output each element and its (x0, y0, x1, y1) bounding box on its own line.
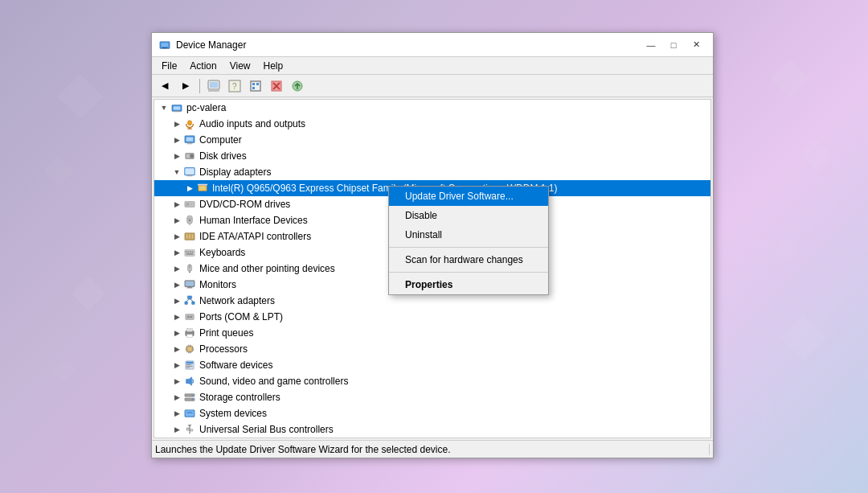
svg-line-68 (186, 298, 190, 302)
svg-point-31 (190, 154, 194, 158)
svg-rect-66 (185, 302, 188, 305)
svg-rect-21 (174, 111, 180, 112)
tree-item-system[interactable]: ▶ System devices (154, 405, 710, 421)
context-menu-properties[interactable]: Properties (389, 275, 548, 294)
sound-expand[interactable]: ▶ (170, 375, 183, 388)
svg-rect-30 (186, 154, 190, 158)
minimize-button[interactable]: — (641, 37, 661, 53)
print-expand[interactable]: ▶ (170, 327, 183, 339)
monitors-icon (183, 278, 196, 291)
tree-item-ports[interactable]: ▶ Ports (COM & LPT) (154, 309, 710, 325)
svg-point-97 (192, 399, 194, 401)
keyboard-expand[interactable]: ▶ (170, 246, 183, 259)
tree-item-audio[interactable]: ▶ Audio inputs and outputs (154, 116, 710, 132)
dvd-expand[interactable]: ▶ (170, 198, 183, 211)
title-bar: Device Manager — □ ✕ (152, 33, 713, 57)
toolbar: ◀ ▶ ? (152, 75, 713, 97)
tree-root[interactable]: ▼ pc-valera (154, 100, 710, 116)
scan-toolbar-button[interactable] (246, 77, 265, 95)
svg-rect-26 (186, 138, 194, 142)
audio-label: Audio inputs and outputs (199, 118, 305, 129)
svg-line-69 (190, 298, 193, 302)
toolbar-sep-1 (199, 79, 200, 93)
intel-expand[interactable]: ▶ (183, 182, 196, 195)
properties-toolbar-button[interactable] (204, 77, 223, 95)
svg-rect-85 (190, 345, 190, 347)
computer-expand[interactable]: ▶ (170, 134, 183, 146)
tree-item-proc[interactable]: ▶ Processors (154, 341, 710, 357)
ide-expand[interactable]: ▶ (170, 230, 183, 243)
tree-item-software[interactable]: ▶ Software devices (154, 357, 710, 373)
update-toolbar-button[interactable] (288, 77, 307, 95)
svg-rect-72 (187, 316, 189, 318)
svg-rect-10 (252, 83, 255, 85)
storage-expand[interactable]: ▶ (170, 391, 183, 404)
tree-item-network[interactable]: ▶ Network adapters (154, 293, 710, 309)
context-menu-disable[interactable]: Disable (389, 206, 548, 225)
tree-item-usb[interactable]: ▶ Universal Serial Bus controllers (154, 421, 710, 438)
system-expand[interactable]: ▶ (170, 407, 183, 420)
tree-item-disk[interactable]: ▶ Disk drives (154, 148, 710, 164)
svg-text:?: ? (232, 82, 237, 91)
tree-item-computer[interactable]: ▶ Computer (154, 132, 710, 148)
ports-label: Ports (COM & LPT) (199, 311, 283, 323)
menu-item-file[interactable]: File (155, 57, 183, 74)
tree-item-display[interactable]: ▼ Display adapters (154, 164, 710, 180)
hid-label: Human Interface Devices (199, 215, 308, 226)
proc-expand[interactable]: ▶ (170, 343, 183, 355)
svg-point-96 (192, 395, 194, 396)
hid-expand[interactable]: ▶ (170, 214, 183, 227)
dvd-label: DVD/CD-ROM drives (199, 199, 290, 210)
svg-rect-9 (251, 81, 260, 91)
uninstall-toolbar-button[interactable] (267, 77, 286, 95)
print-label: Print queues (199, 327, 253, 339)
svg-rect-103 (187, 428, 190, 430)
svg-rect-20 (174, 111, 178, 112)
svg-rect-6 (208, 89, 219, 92)
help-button[interactable]: ? (225, 77, 244, 95)
svg-rect-76 (187, 335, 193, 338)
monitors-expand[interactable]: ▶ (170, 278, 183, 291)
display-icon (183, 166, 196, 179)
network-expand[interactable]: ▶ (170, 294, 183, 307)
svg-rect-77 (187, 333, 189, 334)
svg-rect-50 (192, 234, 194, 238)
system-icon (183, 407, 196, 420)
svg-rect-89 (186, 362, 194, 364)
context-menu-uninstall[interactable]: Uninstall (389, 225, 548, 244)
svg-rect-56 (186, 253, 194, 255)
tree-item-sound[interactable]: ▶ Sound, video and game controllers (154, 373, 710, 389)
disk-expand[interactable]: ▶ (170, 150, 183, 162)
svg-rect-35 (187, 175, 193, 176)
back-button[interactable]: ◀ (155, 77, 174, 95)
mice-expand[interactable]: ▶ (170, 262, 183, 275)
svg-rect-2 (162, 47, 168, 47)
forward-button[interactable]: ▶ (176, 77, 195, 95)
root-label: pc-valera (186, 102, 226, 113)
close-button[interactable]: ✕ (686, 37, 706, 53)
ports-expand[interactable]: ▶ (170, 310, 183, 323)
svg-rect-27 (187, 143, 191, 144)
proc-icon (183, 343, 196, 355)
audio-expand[interactable]: ▶ (170, 117, 183, 130)
software-expand[interactable]: ▶ (170, 359, 183, 372)
maximize-button[interactable]: □ (663, 37, 684, 53)
tree-item-print[interactable]: ▶ Print queues (154, 325, 710, 341)
context-menu-sep-1 (389, 247, 548, 248)
menu-item-view[interactable]: View (223, 57, 257, 74)
svg-rect-11 (256, 83, 259, 85)
context-menu-update[interactable]: Update Driver Software... (389, 187, 548, 206)
usb-expand[interactable]: ▶ (170, 423, 183, 436)
svg-rect-81 (186, 349, 187, 350)
svg-rect-91 (186, 366, 193, 367)
tree-item-storage[interactable]: ▶ Storage controllers (154, 389, 710, 405)
svg-rect-12 (252, 87, 255, 89)
window-icon (158, 39, 171, 51)
menu-item-action[interactable]: Action (183, 57, 223, 74)
menu-item-help[interactable]: Help (257, 57, 290, 74)
svg-rect-84 (188, 345, 189, 347)
root-expand[interactable]: ▼ (158, 101, 170, 114)
display-expand[interactable]: ▼ (170, 166, 183, 179)
svg-rect-55 (192, 251, 194, 253)
context-menu-scan[interactable]: Scan for hardware changes (389, 250, 548, 269)
